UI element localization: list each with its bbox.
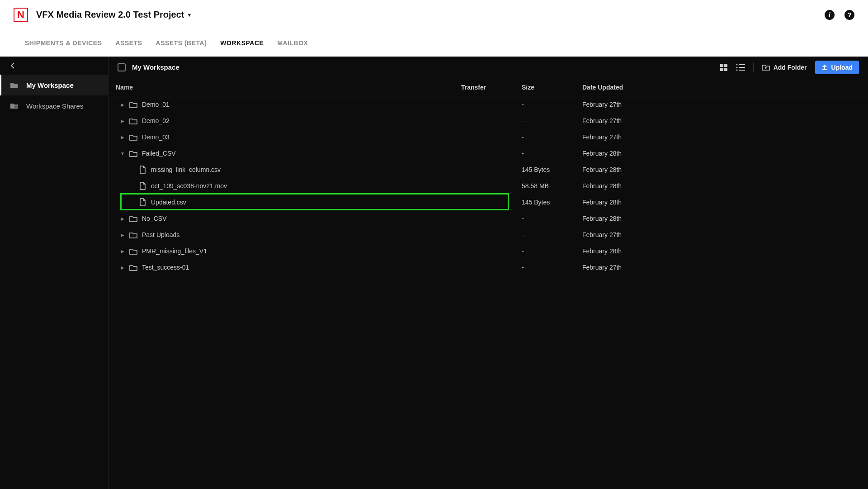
table-row[interactable]: missing_link_column.csv145 BytesFebruary… xyxy=(108,161,868,178)
main-panel: My Workspace Add Folder Upload xyxy=(108,57,868,489)
table-header: Name Transfer Size Date Updated xyxy=(108,78,868,96)
cell-name: ▶Demo_01 xyxy=(108,100,461,109)
expand-icon[interactable]: ▶ xyxy=(120,265,125,270)
nav-tab-mailbox[interactable]: MAILBOX xyxy=(277,39,308,47)
sidebar-item-workspace-shares[interactable]: Workspace Shares xyxy=(0,95,108,116)
nav-tab-assets-beta-[interactable]: ASSETS (BETA) xyxy=(156,39,207,47)
table-row[interactable]: ▶Test_success-01-February 27th xyxy=(108,259,868,275)
cell-name: ▶Demo_03 xyxy=(108,133,461,141)
svg-point-7 xyxy=(736,66,737,68)
add-folder-button[interactable]: Add Folder xyxy=(762,64,807,71)
expand-icon[interactable]: ▶ xyxy=(120,102,125,107)
row-name: Demo_01 xyxy=(142,101,170,108)
header-actions: i ? xyxy=(825,10,854,20)
cell-size: - xyxy=(522,215,582,222)
info-icon[interactable]: i xyxy=(825,10,835,20)
divider xyxy=(753,62,754,72)
sidebar-item-my-workspace[interactable]: My Workspace xyxy=(0,75,108,95)
cell-name: oct_109_sc038-nov21.mov xyxy=(108,182,461,190)
nav-tab-shipments-devices[interactable]: SHIPMENTS & DEVICES xyxy=(25,39,102,47)
collapse-icon[interactable]: ▼ xyxy=(120,151,125,156)
cell-date: February 28th xyxy=(582,215,673,222)
folder-icon xyxy=(129,133,137,141)
column-header-transfer[interactable]: Transfer xyxy=(461,84,522,91)
svg-point-9 xyxy=(736,69,737,71)
table-row[interactable]: oct_109_sc038-nov21.mov58.58 MBFebruary … xyxy=(108,178,868,194)
expand-icon[interactable]: ▶ xyxy=(120,119,125,123)
chevron-left-icon xyxy=(10,62,15,69)
column-header-date[interactable]: Date Updated xyxy=(582,84,673,91)
netflix-logo: N xyxy=(14,8,28,22)
upload-icon xyxy=(821,64,828,71)
row-name: Demo_02 xyxy=(142,117,170,124)
expand-icon[interactable]: ▶ xyxy=(120,135,125,140)
project-title-dropdown[interactable]: VFX Media Review 2.0 Test Project ▼ xyxy=(36,9,192,20)
row-name: Failed_CSV xyxy=(142,150,176,157)
nav-tab-workspace[interactable]: WORKSPACE xyxy=(220,39,264,47)
upload-button[interactable]: Upload xyxy=(815,61,859,74)
expand-icon[interactable]: ▶ xyxy=(120,216,125,221)
grid-view-icon[interactable] xyxy=(720,63,728,71)
cell-size: - xyxy=(522,117,582,124)
folder-icon xyxy=(129,263,137,271)
file-icon xyxy=(138,182,146,190)
table-row[interactable]: ▶Demo_01-February 27th xyxy=(108,96,868,113)
app-header: N VFX Media Review 2.0 Test Project ▼ i … xyxy=(0,0,868,29)
folder-icon xyxy=(10,82,18,88)
table-row[interactable]: ▶Past Uploads-February 27th xyxy=(108,227,868,243)
breadcrumb: My Workspace xyxy=(132,63,179,71)
cell-date: February 27th xyxy=(582,133,673,141)
file-icon xyxy=(138,166,146,174)
table-row[interactable]: ▶PMR_missing_files_V1-February 28th xyxy=(108,243,868,259)
file-icon xyxy=(138,198,146,206)
nav-tab-assets[interactable]: ASSETS xyxy=(116,39,142,47)
folder-icon xyxy=(129,231,137,239)
select-all-checkbox[interactable] xyxy=(118,63,126,71)
column-header-name[interactable]: Name xyxy=(108,84,461,91)
add-folder-icon xyxy=(762,64,770,71)
cell-date: February 27th xyxy=(582,264,673,271)
folder-icon xyxy=(129,117,137,125)
expand-icon[interactable]: ▶ xyxy=(120,233,125,237)
main-nav: SHIPMENTS & DEVICESASSETSASSETS (BETA)WO… xyxy=(0,29,868,57)
row-name: Test_success-01 xyxy=(142,264,189,271)
help-icon[interactable]: ? xyxy=(844,10,854,20)
folder-icon xyxy=(129,247,137,255)
folder-icon xyxy=(129,214,137,223)
cell-date: February 28th xyxy=(582,199,673,206)
svg-rect-10 xyxy=(739,70,745,71)
sidebar-item-label: Workspace Shares xyxy=(26,102,83,110)
row-name: PMR_missing_files_V1 xyxy=(142,247,207,255)
cell-size: - xyxy=(522,231,582,238)
svg-rect-1 xyxy=(720,64,723,67)
cell-name: ▶Test_success-01 xyxy=(108,263,461,271)
table-body: ▶Demo_01-February 27th▶Demo_02-February … xyxy=(108,96,868,275)
add-folder-label: Add Folder xyxy=(774,64,807,71)
cell-size: - xyxy=(522,101,582,108)
table-row[interactable]: ▶Demo_02-February 27th xyxy=(108,113,868,129)
cell-name: ▶No_CSV xyxy=(108,214,461,223)
cell-size: - xyxy=(522,133,582,141)
cell-name: ▶Demo_02 xyxy=(108,117,461,125)
folder-icon xyxy=(129,100,137,109)
caret-down-icon: ▼ xyxy=(187,12,192,18)
column-header-size[interactable]: Size xyxy=(522,84,582,91)
cell-date: February 28th xyxy=(582,182,673,190)
sidebar: My WorkspaceWorkspace Shares xyxy=(0,57,108,489)
expand-icon[interactable]: ▶ xyxy=(120,249,125,254)
workspace-toolbar: My Workspace Add Folder Upload xyxy=(108,57,868,78)
cell-name: Updated.csv xyxy=(108,198,461,206)
table-row[interactable]: Updated.csv145 BytesFebruary 28th xyxy=(108,194,868,210)
table-row[interactable]: ▶No_CSV-February 28th xyxy=(108,210,868,227)
cell-size: - xyxy=(522,150,582,157)
table-row[interactable]: ▶Demo_03-February 27th xyxy=(108,129,868,145)
list-view-icon[interactable] xyxy=(736,64,745,71)
cell-size: 145 Bytes xyxy=(522,166,582,173)
cell-name: ▶PMR_missing_files_V1 xyxy=(108,247,461,255)
cell-date: February 27th xyxy=(582,101,673,108)
row-name: No_CSV xyxy=(142,215,166,222)
cell-date: February 27th xyxy=(582,117,673,124)
table-row[interactable]: ▼Failed_CSV-February 28th xyxy=(108,145,868,161)
sidebar-collapse-button[interactable] xyxy=(0,57,108,75)
cell-date: February 28th xyxy=(582,150,673,157)
